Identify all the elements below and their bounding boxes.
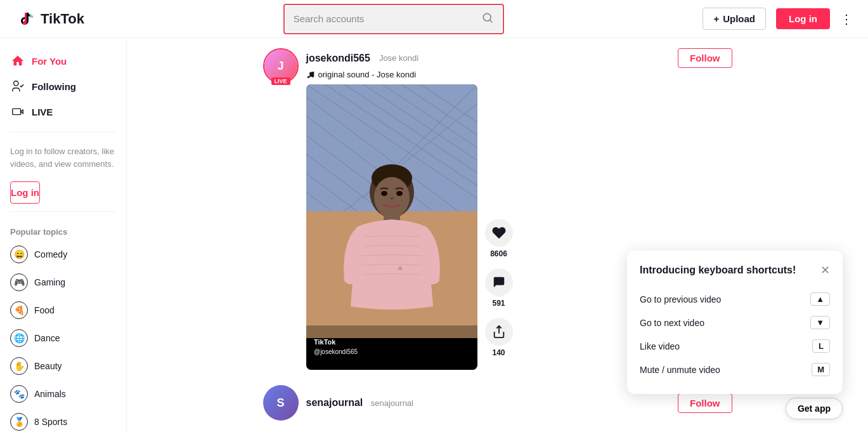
upload-button[interactable]: + Upload bbox=[703, 8, 766, 30]
sound-name-1: original sound - Jose kondi bbox=[318, 70, 417, 79]
gaming-icon: 🎮 bbox=[10, 273, 28, 291]
shortcut-like-key: L bbox=[812, 339, 830, 353]
second-username[interactable]: senajournal bbox=[306, 397, 363, 408]
more-options-button[interactable]: ⋮ bbox=[840, 11, 853, 27]
follow-button-2[interactable]: Follow bbox=[678, 393, 732, 413]
beauty-icon: ✋ bbox=[10, 357, 28, 375]
sidebar-item-live[interactable]: LIVE bbox=[0, 99, 126, 124]
comedy-label: Comedy bbox=[34, 249, 67, 259]
video-actions-1: 8606 591 bbox=[485, 84, 513, 370]
author-row-1: josekondi565 Jose kondi Follow bbox=[306, 48, 732, 68]
sidebar-divider-2 bbox=[10, 211, 116, 212]
get-app-button[interactable]: Get app bbox=[786, 398, 843, 419]
author-info-1: josekondi565 Jose kondi bbox=[306, 53, 419, 64]
home-icon bbox=[10, 53, 25, 69]
second-display-name: senajournal bbox=[371, 398, 413, 408]
sidebar-divider-1 bbox=[10, 132, 116, 133]
topic-comedy[interactable]: 😄 Comedy bbox=[0, 240, 126, 268]
topic-beauty[interactable]: ✋ Beauty bbox=[0, 352, 126, 380]
sidebar-item-for-you[interactable]: For You bbox=[0, 48, 126, 74]
food-label: Food bbox=[34, 305, 55, 315]
for-you-label: For You bbox=[32, 56, 67, 67]
food-icon: 🍕 bbox=[10, 301, 28, 319]
popular-topics-label: Popular topics bbox=[0, 219, 126, 240]
gaming-label: Gaming bbox=[34, 277, 65, 287]
sound-row-1: original sound - Jose kondi bbox=[306, 70, 732, 79]
shortcut-next-label: Go to next video bbox=[640, 318, 704, 328]
dance-icon: 🌐 bbox=[10, 329, 28, 347]
search-button[interactable] bbox=[481, 11, 494, 26]
main-nav: For You Following LIVE bbox=[0, 48, 126, 124]
animals-label: Animals bbox=[34, 389, 66, 399]
svg-rect-3 bbox=[13, 108, 21, 114]
video-thumbnail-1[interactable]: TikTok @josekondi565 bbox=[306, 84, 477, 370]
login-button[interactable]: Log in bbox=[776, 8, 830, 29]
search-input[interactable] bbox=[294, 13, 481, 24]
shortcut-mute-key: M bbox=[812, 363, 830, 376]
svg-line-1 bbox=[490, 20, 493, 23]
comment-icon bbox=[485, 268, 513, 296]
sports-label: 8 Sports bbox=[34, 417, 67, 427]
topic-animals[interactable]: 🐾 Animals bbox=[0, 380, 126, 408]
dance-label: Dance bbox=[34, 333, 60, 343]
svg-point-27 bbox=[398, 266, 402, 270]
shortcuts-title: Introducing keyboard shortcuts! bbox=[640, 265, 796, 276]
sidebar-login-button[interactable]: Log in bbox=[10, 181, 40, 204]
comment-button[interactable]: 591 bbox=[485, 268, 513, 308]
shortcut-prev-label: Go to previous video bbox=[640, 294, 721, 304]
shortcut-like-video: Like video L bbox=[640, 334, 830, 358]
animals-icon: 🐾 bbox=[10, 385, 28, 403]
shortcut-prev-video: Go to previous video ▲ bbox=[640, 287, 830, 311]
svg-rect-29 bbox=[306, 325, 477, 370]
sidebar-item-following[interactable]: Following bbox=[0, 74, 126, 99]
header-right: + Upload Log in ⋮ bbox=[703, 8, 853, 30]
upload-label: Upload bbox=[723, 13, 755, 24]
svg-point-23 bbox=[374, 177, 410, 218]
following-label: Following bbox=[32, 81, 76, 92]
topic-sports[interactable]: 🏅 8 Sports bbox=[0, 408, 126, 432]
svg-text:TikTok: TikTok bbox=[314, 338, 336, 346]
author-display-name-1: Jose kondi bbox=[379, 53, 418, 63]
sidebar: For You Following LIVE Log in to follow … bbox=[0, 38, 127, 432]
svg-point-2 bbox=[14, 81, 18, 86]
login-prompt: Log in to follow creators, like videos, … bbox=[0, 140, 126, 175]
svg-point-24 bbox=[381, 191, 387, 196]
search-bar-wrapper bbox=[283, 4, 504, 34]
shortcut-mute-label: Mute / unmute video bbox=[640, 365, 720, 375]
topic-food[interactable]: 🍕 Food bbox=[0, 296, 126, 324]
header: TikTok + Upload Log in ⋮ bbox=[0, 0, 868, 38]
live-label: LIVE bbox=[32, 107, 53, 117]
topic-dance[interactable]: 🌐 Dance bbox=[0, 324, 126, 352]
like-button[interactable]: 8606 bbox=[485, 219, 513, 258]
plus-icon: + bbox=[713, 13, 719, 24]
heart-icon bbox=[485, 219, 513, 247]
logo-text: TikTok bbox=[41, 11, 84, 27]
close-shortcuts-button[interactable]: ✕ bbox=[820, 263, 830, 277]
likes-count: 8606 bbox=[490, 249, 507, 258]
svg-point-0 bbox=[483, 13, 491, 21]
svg-point-25 bbox=[396, 191, 403, 196]
comedy-icon: 😄 bbox=[10, 245, 28, 263]
avatar-wrap-1: J LIVE bbox=[263, 48, 299, 84]
second-author-info: senajournal senajournal bbox=[306, 397, 413, 409]
share-icon bbox=[485, 318, 513, 346]
sports-icon: 🏅 bbox=[10, 413, 28, 431]
shortcut-like-label: Like video bbox=[640, 341, 680, 351]
logo: TikTok bbox=[15, 8, 84, 30]
follow-button-1[interactable]: Follow bbox=[678, 48, 732, 68]
share-button[interactable]: 140 bbox=[485, 318, 513, 357]
live-badge: LIVE bbox=[271, 77, 290, 85]
shortcuts-header: Introducing keyboard shortcuts! ✕ bbox=[640, 263, 830, 277]
svg-text:@josekondi565: @josekondi565 bbox=[314, 348, 358, 355]
author-username-1[interactable]: josekondi565 bbox=[306, 53, 370, 64]
live-icon bbox=[10, 104, 25, 119]
topic-gaming[interactable]: 🎮 Gaming bbox=[0, 268, 126, 296]
following-icon bbox=[10, 79, 25, 94]
shortcut-next-video: Go to next video ▼ bbox=[640, 311, 830, 334]
shortcut-prev-key: ▲ bbox=[810, 292, 830, 306]
avatar-2: S bbox=[263, 385, 299, 421]
shortcut-next-key: ▼ bbox=[810, 316, 830, 329]
beauty-label: Beauty bbox=[34, 361, 62, 371]
music-icon bbox=[306, 70, 315, 79]
shares-count: 140 bbox=[492, 348, 505, 357]
